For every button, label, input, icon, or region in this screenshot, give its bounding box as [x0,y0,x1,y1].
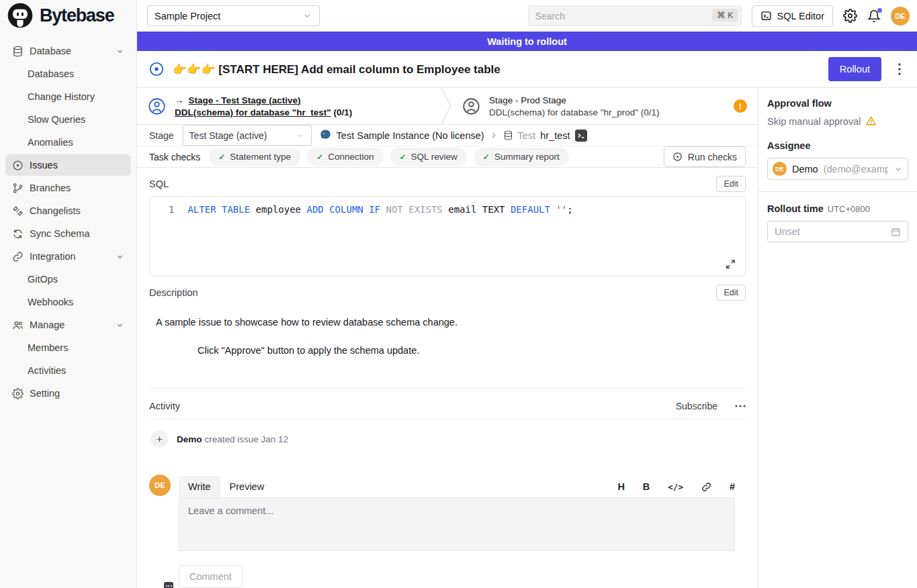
assignee-name: Demo [792,164,818,175]
sidebar-item-setting[interactable]: Setting [5,383,131,404]
check-icon: ✓ [483,152,490,162]
database-icon [503,130,513,140]
activity-event: Democreated issue Jan 12 [150,430,746,448]
pencil-ruler-icon [12,205,24,217]
environment-label: Test [518,130,536,141]
comment-submit-button[interactable]: Comment [179,565,243,588]
comment-bubble-icon [164,582,173,588]
sidebar-nav: Database Databases Change History Slow Q… [0,31,136,405]
sync-icon [12,228,24,240]
sidebar-item-changelists[interactable]: Changelists [5,200,131,222]
circle-dot-icon [12,160,24,171]
heading-format-button[interactable]: H [617,481,624,492]
instance-link[interactable]: Test Sample Instance (No license) [337,130,484,141]
sidebar-item-slow-queries[interactable]: Slow Queries [5,109,131,130]
comment-editor: DE Write Preview H B </> # [149,475,746,588]
sidebar-item-manage[interactable]: Manage [5,314,131,336]
link-icon [12,251,24,262]
check-icon: ✓ [316,152,323,162]
hash-format-button[interactable]: # [730,481,735,492]
user-avatar[interactable]: DE [891,7,910,26]
gear-icon [12,388,24,399]
sidebar-item-integration[interactable]: Integration [5,246,131,267]
subscribe-button[interactable]: Subscribe [676,401,717,411]
issue-status-icon [149,62,164,77]
chevron-down-icon [296,131,305,140]
warning-triangle-icon [865,115,877,127]
open-in-sql-editor-icon[interactable] [575,130,587,142]
bold-format-button[interactable]: B [643,481,650,492]
project-select[interactable]: Sample Project [147,5,320,26]
users-icon [12,320,24,331]
stage-select[interactable]: Test Stage (active) [183,125,312,146]
chevron-down-icon [116,321,124,330]
topbar: Sample Project ⌘ K SQL Editor DE [137,0,917,32]
code-format-button[interactable]: </> [668,482,683,492]
sidebar-item-database[interactable]: Database [5,40,131,62]
sidebar-item-sync-schema[interactable]: Sync Schema [5,223,131,244]
issue-sidebar: Approval flow Skip manual approval Assig… [758,88,917,588]
description-edit-button[interactable]: Edit [716,285,746,301]
check-summary-report[interactable]: ✓Summary report [474,148,569,166]
issue-detail: →Stage - Test Stage (active) DDL(schema)… [137,88,758,588]
search-input[interactable] [528,5,742,26]
chevron-right-icon [489,131,498,140]
line-number: 1 [169,204,174,215]
stage-card-test[interactable]: →Stage - Test Stage (active) DDL(schema)… [137,88,441,124]
check-icon: ✓ [400,152,406,162]
person-circle-icon [148,97,166,115]
notification-dot [877,8,882,13]
git-branch-icon [12,183,24,194]
check-sql-review[interactable]: ✓SQL review [390,148,467,166]
person-circle-icon [462,97,480,115]
issue-header: 👉👉👉 [START HERE] Add email column to Emp… [137,51,917,88]
stage-card-prod[interactable]: Stage - Prod Stage DDL(schema) for datab… [451,88,758,124]
event-description: created issue Jan 12 [205,434,289,444]
sidebar-item-change-history[interactable]: Change History [5,86,131,107]
sidebar-item-webhooks[interactable]: Webhooks [5,291,131,313]
settings-gear-button[interactable] [843,9,857,23]
status-banner: Waiting to rollout [137,32,917,51]
circle-dot-icon [672,152,683,162]
sidebar-item-databases[interactable]: Databases [5,63,131,85]
task-checks-row: Task checks ✓Statement type ✓Connection … [137,146,758,168]
sql-editor-button[interactable]: SQL Editor [752,5,833,27]
sidebar-item-branches[interactable]: Branches [5,177,131,199]
assignee-select[interactable]: DE Demo (demo@example [767,158,908,180]
timezone-label: UTC+0800 [828,204,870,214]
tab-preview[interactable]: Preview [220,476,274,497]
activity-section: Activity Subscribe Democreated issue Jan… [137,389,758,588]
more-options-icon[interactable] [735,405,746,407]
link-format-button[interactable] [701,482,711,492]
sidebar-item-anomalies[interactable]: Anomalies [5,132,131,153]
check-connection[interactable]: ✓Connection [307,148,383,166]
user-avatar: DE [149,475,171,496]
tab-write[interactable]: Write [179,476,220,497]
brand-logo[interactable]: Bytebase [0,0,136,31]
plus-icon [150,430,168,448]
comment-input[interactable] [179,497,735,551]
notifications-bell-button[interactable] [867,9,881,23]
expand-icon[interactable] [725,258,736,270]
sidebar-item-activities[interactable]: Activities [5,360,131,381]
sidebar-item-gitops[interactable]: GitOps [5,268,131,290]
issue-title: 👉👉👉 [START HERE] Add email column to Emp… [173,62,820,77]
event-actor: Demo [177,434,202,444]
search-box: ⌘ K [528,5,742,26]
sql-code-block[interactable]: 1ALTER TABLE employee ADD COLUMN IF NOT … [149,196,746,277]
sidebar-item-issues[interactable]: Issues [5,154,131,176]
kebab-menu-icon[interactable] [898,63,901,75]
rollout-button[interactable]: Rollout [828,57,881,81]
assignee-label: Assignee [767,140,908,151]
run-checks-button[interactable]: Run checks [664,146,746,167]
sidebar-item-members[interactable]: Members [5,337,131,358]
sql-edit-button[interactable]: Edit [716,176,746,192]
assignee-email: (demo@example [824,164,888,175]
check-statement-type[interactable]: ✓Statement type [209,148,300,166]
bytebase-robot-icon [7,2,34,29]
database-link[interactable]: hr_test [540,130,570,141]
rollout-time-input[interactable]: Unset [767,221,908,242]
description-section: Description Edit A sample issue to showc… [137,277,758,389]
chevron-down-icon [116,47,124,56]
warning-circle-icon: ! [734,99,747,113]
